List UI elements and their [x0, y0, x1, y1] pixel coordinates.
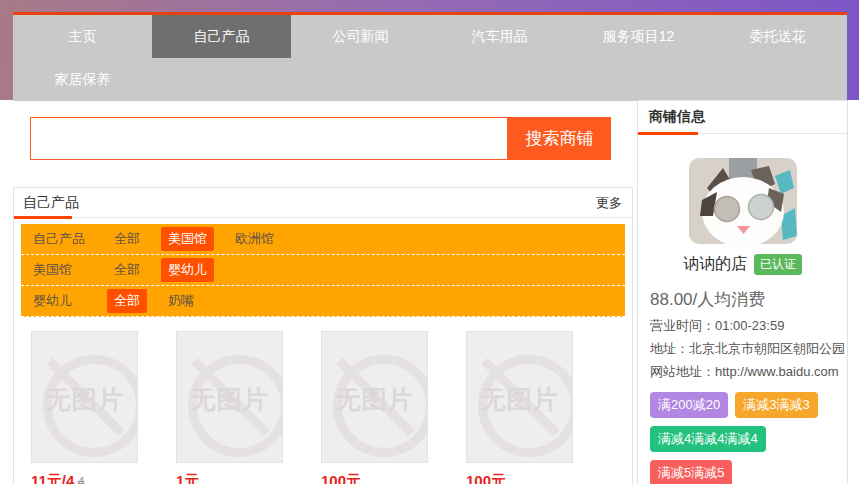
- more-link[interactable]: 更多: [596, 194, 632, 212]
- price-original: 4: [77, 474, 84, 484]
- shop-name: 讷讷的店: [683, 254, 747, 275]
- shop-search-bar: 搜索商铺: [30, 117, 611, 160]
- filter-row-label: 自己产品: [33, 230, 91, 248]
- filter-option-pacifier[interactable]: 奶嘴: [161, 289, 201, 313]
- coupon-badge[interactable]: 满减3满减3: [735, 392, 817, 418]
- no-image-placeholder: 无图片: [321, 331, 428, 463]
- cat-photo-illustration: [689, 158, 797, 244]
- nav-tab-own-products[interactable]: 自己产品: [152, 15, 291, 58]
- nav-tab-auto-supplies[interactable]: 汽车用品: [430, 15, 569, 58]
- shop-avatar-photo: [689, 158, 797, 244]
- filter-option-all[interactable]: 全部: [107, 258, 147, 282]
- main-nav: 主页 自己产品 公司新闻 汽车用品 服务项目12 委托送花 家居保养: [13, 12, 847, 101]
- nav-tab-home-care[interactable]: 家居保养: [13, 58, 152, 101]
- filter-row-own-products: 自己产品 全部 美国馆 欧洲馆: [21, 224, 625, 255]
- coupon-badge[interactable]: 满减5满减5: [650, 460, 732, 484]
- nav-tab-home[interactable]: 主页: [13, 15, 152, 58]
- sidebar-header: 商铺信息: [638, 101, 847, 134]
- no-image-placeholder: 无图片: [176, 331, 283, 463]
- product-grid: 无图片 11元/44 无图片 1元 无图片 100元 无图片: [14, 317, 632, 484]
- coupon-badges: 满200减20 满减3满减3 满减4满减4满减4 满减5满减5 满减6满减6满减…: [650, 392, 837, 484]
- no-image-label: 无图片: [467, 383, 572, 416]
- nav-tab-flower-delivery[interactable]: 委托送花: [708, 15, 847, 58]
- coupon-badge[interactable]: 满减4满减4满减4: [650, 426, 766, 452]
- coupon-badge[interactable]: 满200减20: [650, 392, 728, 418]
- filter-row-us-hall: 美国馆 全部 婴幼儿: [21, 255, 625, 286]
- filter-option-us-hall[interactable]: 美国馆: [161, 227, 214, 251]
- address-line: 地址：北京北京市朝阳区朝阳公园: [650, 337, 847, 360]
- product-price: 1元: [176, 472, 283, 484]
- business-hours-line: 营业时间：01:00-23:59: [650, 314, 847, 337]
- product-card[interactable]: 无图片 1元: [176, 331, 283, 484]
- filter-option-all[interactable]: 全部: [107, 289, 147, 313]
- filter-option-europe-hall[interactable]: 欧洲馆: [228, 227, 281, 251]
- website-line: 网站地址：http://www.baidu.com: [650, 360, 847, 383]
- no-image-label: 无图片: [322, 383, 427, 416]
- search-shop-button[interactable]: 搜索商铺: [508, 117, 611, 160]
- price-current: 100元: [466, 472, 506, 484]
- filter-row-label: 婴幼儿: [33, 292, 91, 310]
- filter-option-infant[interactable]: 婴幼儿: [161, 258, 214, 282]
- filter-row-infant: 婴幼儿 全部 奶嘴: [21, 286, 625, 317]
- product-price: 11元/44: [31, 472, 138, 484]
- sidebar-title: 商铺信息: [638, 108, 705, 126]
- panel-title-underline: [14, 216, 72, 219]
- panel-header: 自己产品 更多: [14, 188, 632, 218]
- filter-option-all[interactable]: 全部: [107, 227, 147, 251]
- filter-row-label: 美国馆: [33, 261, 91, 279]
- per-capita-spend: 88.00/人均消费: [650, 288, 847, 311]
- verified-badge: 已认证: [754, 254, 802, 275]
- product-card[interactable]: 无图片 100元: [321, 331, 428, 484]
- shop-name-row: 讷讷的店 已认证: [638, 254, 847, 275]
- filter-box: 自己产品 全部 美国馆 欧洲馆 美国馆 全部 婴幼儿 婴幼儿 全部 奶嘴: [21, 224, 625, 317]
- shop-info-sidebar: 商铺信息 讷讷的店 已认证 88.00/人均消费 营业时间：01:00-23:5…: [637, 100, 848, 484]
- product-card[interactable]: 无图片 11元/44: [31, 331, 138, 484]
- product-card[interactable]: 无图片 100元: [466, 331, 573, 484]
- price-current: 11元/4: [31, 472, 74, 484]
- search-input[interactable]: [30, 117, 508, 160]
- price-current: 1元: [176, 472, 199, 484]
- nav-tab-company-news[interactable]: 公司新闻: [291, 15, 430, 58]
- no-image-label: 无图片: [177, 383, 282, 416]
- no-image-label: 无图片: [32, 383, 137, 416]
- own-products-panel: 自己产品 更多 自己产品 全部 美国馆 欧洲馆 美国馆 全部 婴幼儿 婴幼儿 全…: [13, 187, 633, 484]
- panel-title: 自己产品: [14, 194, 79, 212]
- no-image-placeholder: 无图片: [466, 331, 573, 463]
- product-price: 100元: [466, 472, 573, 484]
- sidebar-title-underline: [638, 132, 698, 135]
- product-price: 100元: [321, 472, 428, 484]
- price-current: 100元: [321, 472, 361, 484]
- no-image-placeholder: 无图片: [31, 331, 138, 463]
- nav-tab-service-items[interactable]: 服务项目12: [569, 15, 708, 58]
